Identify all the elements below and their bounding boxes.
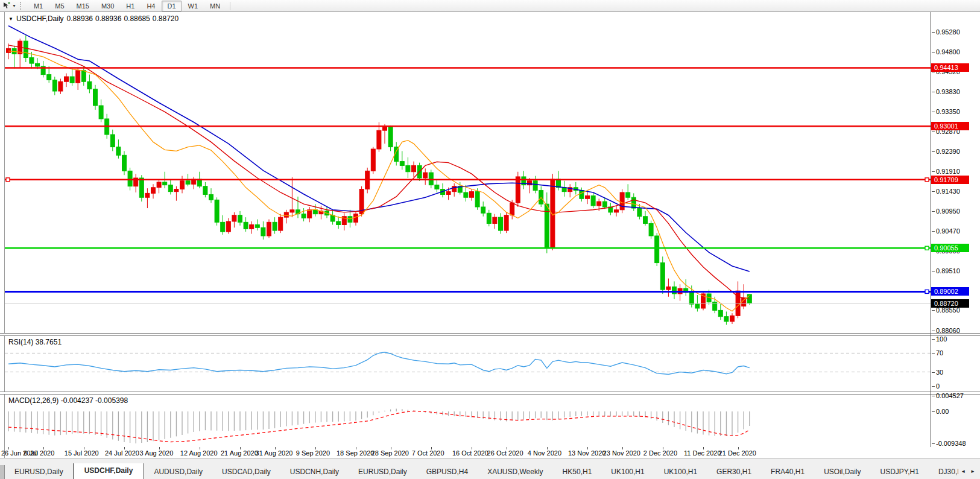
- ohlc-low: 0.88685: [124, 14, 150, 23]
- chart-tabbar: EURUSD,DailyUSDCHF,DailyAUDUSD,DailyUSDC…: [0, 458, 980, 479]
- price-line-badge: 0.91709: [931, 176, 969, 184]
- timeframe-toolbar: ▼ M1M5M15M30H1H4D1W1MN: [0, 0, 980, 12]
- timeframe-button-w1[interactable]: W1: [183, 1, 204, 11]
- tabbar-edge: [0, 465, 5, 479]
- chart-cursor-icon[interactable]: [2, 1, 11, 10]
- rsi-tick-label: 30: [932, 369, 943, 376]
- rsi-tick-label: 0: [932, 382, 940, 390]
- tab-uk100-h1[interactable]: UK100,H1: [654, 465, 707, 479]
- chart-tabs: EURUSD,DailyUSDCHF,DailyAUDUSD,DailyUSDC…: [5, 463, 958, 479]
- macd-value: -0.004237: [61, 396, 93, 405]
- macd-label: MACD(12,26,9) -0.004237 -0.005398: [8, 396, 128, 405]
- rsi-tick-label: 70: [932, 349, 943, 357]
- date-tick-label: 7 Oct 2020: [412, 449, 444, 457]
- tab-usdjpy-h1[interactable]: USDJPY,H1: [870, 465, 928, 479]
- chart-title: ▼ USDCHF,Daily 0.88936 0.88936 0.88685 0…: [8, 14, 179, 23]
- timeframe-buttons: M1M5M15M30H1H4D1W1MN: [28, 1, 226, 11]
- ohlc-close: 0.88720: [153, 14, 179, 23]
- macd-tick-label: 0.00: [932, 408, 949, 416]
- tab-scroll-left-icon[interactable]: ◄: [961, 469, 966, 474]
- price-line-badge: 0.89002: [931, 287, 969, 296]
- price-line-badge: 0.90055: [931, 244, 969, 252]
- price-tick-label: 0.90950: [932, 208, 960, 215]
- price-tick-label: 0.93830: [932, 88, 960, 96]
- price-tick-label: 0.89510: [932, 267, 960, 275]
- tab-ger30-h1[interactable]: GER30,H1: [707, 465, 761, 479]
- tab-gbpusd-h4[interactable]: GBPUSD,H4: [417, 465, 478, 479]
- price-tick-label: 0.88550: [932, 306, 960, 314]
- date-tick-label: 3 Aug 2020: [140, 449, 174, 457]
- date-tick-label: 6 Jul 2020: [24, 449, 55, 457]
- date-tick-label: 11 Dec 2020: [684, 449, 721, 457]
- macd-panel-canvas[interactable]: [5, 394, 931, 446]
- tab-scroll-buttons: ◄ ►: [958, 469, 980, 479]
- price-chart-canvas[interactable]: [5, 12, 931, 333]
- panel-separator[interactable]: [0, 333, 980, 336]
- toolbar-grip[interactable]: [20, 2, 24, 10]
- ohlc-open: 0.88936: [67, 14, 93, 23]
- date-tick-label: 9 Sep 2020: [296, 449, 330, 457]
- tab-audusd-daily[interactable]: AUDUSD,Daily: [144, 465, 212, 479]
- tab-usoil-daily[interactable]: USOil,Daily: [814, 465, 870, 479]
- dropdown-caret-icon[interactable]: ▼: [12, 4, 16, 8]
- rsi-tick-label: 100: [932, 335, 947, 343]
- toolbar-separator: [230, 2, 230, 10]
- panel-separator[interactable]: [0, 392, 980, 395]
- tab-dj30-daily[interactable]: DJ30,Daily: [929, 465, 958, 479]
- price-tick-label: 0.91910: [932, 168, 960, 176]
- timeframe-button-h1[interactable]: H1: [121, 1, 140, 11]
- tab-uk100-h1[interactable]: UK100,H1: [601, 465, 654, 479]
- date-tick-label: 31 Aug 2020: [256, 449, 293, 457]
- price-tick-label: 0.88060: [932, 327, 960, 335]
- price-tick-label: 0.92390: [932, 148, 960, 156]
- date-tick-label: 21 Aug 2020: [221, 449, 258, 457]
- macd-tick-label: 0.004527: [932, 392, 964, 400]
- macd-signal-value: -0.005398: [95, 396, 128, 405]
- rsi-label: RSI(14) 38.7651: [8, 338, 62, 346]
- rsi-panel-canvas[interactable]: [5, 335, 931, 391]
- chart-symbol-label: USDCHF,Daily: [16, 14, 64, 23]
- tab-xauusd-weekly[interactable]: XAUUSD,Weekly: [478, 465, 552, 479]
- price-tick-label: 0.90470: [932, 227, 960, 235]
- tab-scroll-right-icon[interactable]: ►: [970, 469, 975, 474]
- price-line-badge: 0.88720: [931, 299, 969, 308]
- timeframe-button-mn[interactable]: MN: [204, 1, 226, 11]
- tab-eurusd-daily[interactable]: EURUSD,Daily: [5, 465, 73, 479]
- price-tick-label: 0.94800: [932, 48, 960, 56]
- macd-tick-label: -0.009348: [932, 440, 966, 448]
- price-tick-label: 0.93350: [932, 108, 960, 116]
- date-tick-label: 13 Nov 2020: [568, 449, 605, 457]
- macd-name: MACD(12,26,9): [8, 396, 58, 405]
- price-tick-label: 0.95280: [932, 28, 960, 36]
- tab-fra40-h1[interactable]: FRA40,H1: [761, 465, 814, 479]
- price-axis-border: [931, 12, 931, 447]
- tab-eurusd-daily[interactable]: EURUSD,Daily: [349, 465, 417, 479]
- date-tick-label: 2 Dec 2020: [643, 449, 677, 457]
- tab-usdcad-daily[interactable]: USDCAD,Daily: [212, 465, 280, 479]
- timeframe-button-m15[interactable]: M15: [71, 1, 95, 11]
- date-tick-label: 16 Oct 2020: [452, 449, 488, 457]
- tab-usdcnh-daily[interactable]: USDCNH,Daily: [280, 465, 349, 479]
- timeframe-button-h4[interactable]: H4: [141, 1, 160, 11]
- price-tick-label: 0.91430: [932, 188, 960, 195]
- timeframe-button-d1[interactable]: D1: [162, 1, 181, 11]
- rsi-value: 38.7651: [36, 338, 62, 346]
- timeframe-button-m1[interactable]: M1: [28, 1, 48, 11]
- date-tick-label: 24 Jul 2020: [105, 449, 139, 457]
- date-tick-label: 23 Nov 2020: [603, 449, 640, 457]
- date-tick-label: 15 Jul 2020: [65, 449, 99, 457]
- tab-usdchf-daily[interactable]: USDCHF,Daily: [73, 463, 145, 479]
- price-line-badge: 0.93001: [931, 122, 969, 130]
- price-line-badge: 0.94413: [931, 63, 969, 72]
- date-tick-label: 4 Nov 2020: [528, 449, 561, 457]
- date-tick-label: 26 Oct 2020: [487, 449, 523, 457]
- ohlc-high: 0.88936: [95, 14, 121, 23]
- tab-hk50-h1[interactable]: HK50,H1: [553, 465, 602, 479]
- symbol-dropdown-icon[interactable]: ▼: [8, 16, 13, 22]
- date-tick-label: 28 Sep 2020: [371, 449, 409, 457]
- timeframe-button-m30[interactable]: M30: [96, 1, 119, 11]
- rsi-name: RSI(14): [8, 338, 33, 346]
- date-tick-label: 12 Aug 2020: [180, 449, 218, 457]
- date-tick-label: 21 Dec 2020: [719, 449, 756, 457]
- timeframe-button-m5[interactable]: M5: [49, 1, 69, 11]
